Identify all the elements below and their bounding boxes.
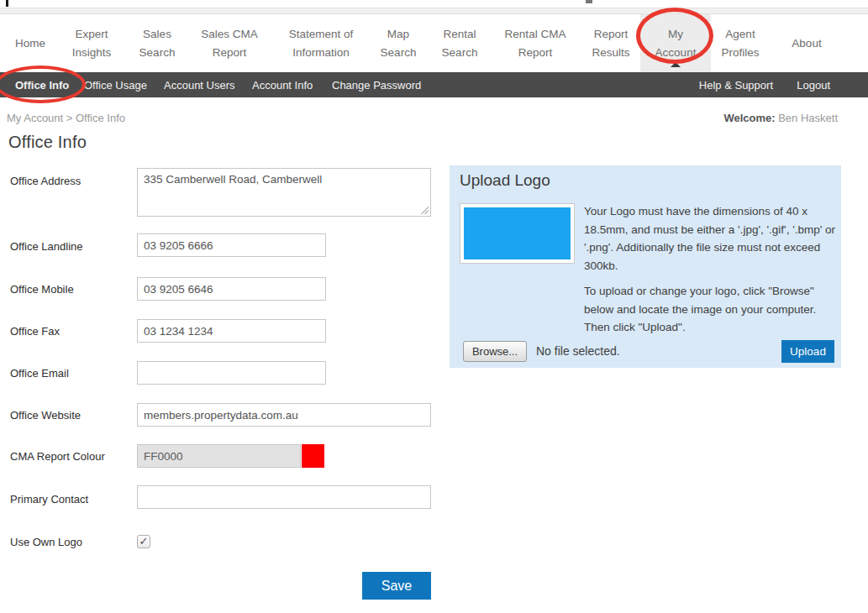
breadcrumb: My Account > Office Info xyxy=(7,112,125,124)
welcome-message: Welcome: Ben Haskett xyxy=(723,112,838,124)
use-own-logo-checkbox[interactable]: ✓ xyxy=(137,535,150,548)
main-navigation: Home Expert Insights Sales Search Sales … xyxy=(0,14,868,72)
upload-logo-title: Upload Logo xyxy=(460,171,550,190)
tab-report-results[interactable]: Report Results xyxy=(592,14,629,72)
tab-rental-search[interactable]: Rental Search xyxy=(442,14,478,72)
tab-home[interactable]: Home xyxy=(15,14,45,72)
subtab-office-usage[interactable]: Office Usage xyxy=(84,72,147,97)
subtab-change-password[interactable]: Change Password xyxy=(332,72,421,97)
office-fax-label: Office Fax xyxy=(10,325,60,338)
cma-colour-swatch[interactable] xyxy=(302,444,324,468)
use-own-logo-label: Use Own Logo xyxy=(10,536,82,548)
primary-contact-input[interactable] xyxy=(137,485,431,509)
page-title: Office Info xyxy=(8,133,87,152)
logo-preview-frame xyxy=(460,203,575,264)
top-center-mark xyxy=(586,0,592,3)
tab-about[interactable]: About xyxy=(792,14,821,72)
top-divider-strip xyxy=(0,8,868,14)
subtab-account-users[interactable]: Account Users xyxy=(164,72,235,97)
subtab-help-support[interactable]: Help & Support xyxy=(699,72,773,97)
office-email-input[interactable] xyxy=(137,361,326,385)
office-address-input[interactable]: 335 Camberwell Road, Camberwell xyxy=(137,168,431,217)
office-mobile-label: Office Mobile xyxy=(10,283,74,296)
tab-expert-insights[interactable]: Expert Insights xyxy=(72,14,112,72)
cma-report-colour-input[interactable] xyxy=(137,444,301,468)
primary-contact-label: Primary Contact xyxy=(10,493,88,506)
office-email-label: Office Email xyxy=(10,367,69,380)
no-file-selected-text: No file selected. xyxy=(536,344,620,358)
office-fax-input[interactable] xyxy=(137,319,326,343)
tab-rental-cma-report[interactable]: Rental CMA Report xyxy=(505,14,566,72)
welcome-label: Welcome: xyxy=(723,112,775,124)
office-website-input[interactable] xyxy=(137,403,431,427)
logo-preview-image xyxy=(464,207,571,259)
office-website-label: Office Website xyxy=(10,409,81,422)
office-info-page: Home Expert Insights Sales Search Sales … xyxy=(0,0,868,613)
tab-agent-profiles[interactable]: Agent Profiles xyxy=(721,14,759,72)
top-left-mark xyxy=(6,0,8,7)
tab-map-search[interactable]: Map Search xyxy=(381,14,417,72)
upload-instructions-text: To upload or change your logo, click "Br… xyxy=(584,282,836,337)
office-address-label: Office Address xyxy=(10,175,81,187)
browse-button[interactable]: Browse... xyxy=(463,341,527,362)
subtab-account-info[interactable]: Account Info xyxy=(252,72,313,97)
upload-button[interactable]: Upload xyxy=(781,340,834,363)
account-sub-navigation: Office Info Office Usage Account Users A… xyxy=(0,72,868,97)
tab-sales-cma-report[interactable]: Sales CMA Report xyxy=(201,14,258,72)
logo-requirements-text: Your Logo must have the dimensions of 40… xyxy=(584,202,836,275)
checkmark-icon: ✓ xyxy=(139,536,149,547)
subtab-office-info[interactable]: Office Info xyxy=(15,72,69,97)
upload-logo-panel: Upload Logo Your Logo must have the dime… xyxy=(450,165,841,368)
tab-statement-of-information[interactable]: Statement of Information xyxy=(289,14,354,72)
office-landline-input[interactable] xyxy=(137,233,326,257)
cma-report-colour-label: CMA Report Colour xyxy=(10,450,105,463)
office-landline-label: Office Landline xyxy=(10,240,83,253)
user-name: Ben Haskett xyxy=(776,112,838,124)
office-mobile-input[interactable] xyxy=(137,277,326,301)
subtab-logout[interactable]: Logout xyxy=(797,72,830,97)
active-tab-arrow-icon xyxy=(671,62,681,67)
tab-sales-search[interactable]: Sales Search xyxy=(139,14,176,72)
save-button[interactable]: Save xyxy=(362,572,431,600)
